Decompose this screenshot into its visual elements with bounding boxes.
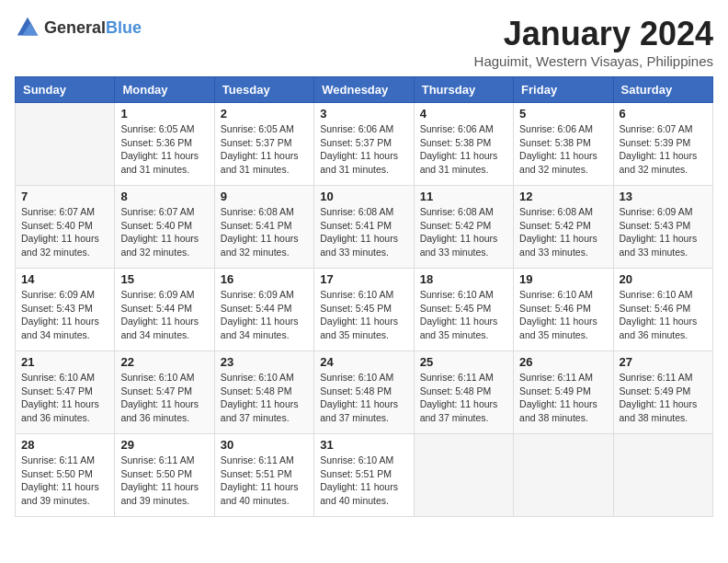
day-info: Sunrise: 6:11 AMSunset: 5:48 PMDaylight:… <box>420 371 507 425</box>
day-number: 8 <box>120 190 208 203</box>
cell-5-5 <box>414 434 513 517</box>
cell-4-2: 22Sunrise: 6:10 AMSunset: 5:47 PMDayligh… <box>115 351 214 434</box>
calendar-table: Sunday Monday Tuesday Wednesday Thursday… <box>15 76 713 517</box>
day-info: Sunrise: 6:11 AMSunset: 5:49 PMDaylight:… <box>519 371 607 425</box>
day-info: Sunrise: 6:07 AMSunset: 5:39 PMDaylight:… <box>620 122 707 177</box>
col-saturday: Saturday <box>613 77 712 103</box>
col-friday: Friday <box>514 77 613 103</box>
day-info: Sunrise: 6:08 AMSunset: 5:42 PMDaylight:… <box>420 205 507 259</box>
cell-3-4: 17Sunrise: 6:10 AMSunset: 5:45 PMDayligh… <box>314 269 414 351</box>
cell-3-2: 15Sunrise: 6:09 AMSunset: 5:44 PMDayligh… <box>115 269 214 351</box>
day-info: Sunrise: 6:10 AMSunset: 5:48 PMDaylight:… <box>221 371 308 425</box>
cell-5-7 <box>613 434 712 517</box>
day-number: 1 <box>120 107 208 121</box>
location-title: Haguimit, Western Visayas, Philippines <box>474 53 713 69</box>
day-info: Sunrise: 6:10 AMSunset: 5:46 PMDaylight:… <box>519 288 607 342</box>
day-info: Sunrise: 6:06 AMSunset: 5:38 PMDaylight:… <box>420 122 507 177</box>
day-number: 13 <box>620 190 707 203</box>
cell-3-6: 19Sunrise: 6:10 AMSunset: 5:46 PMDayligh… <box>514 269 613 351</box>
day-number: 31 <box>320 438 407 452</box>
logo-general: General <box>44 18 106 37</box>
day-number: 25 <box>420 355 507 369</box>
day-info: Sunrise: 6:11 AMSunset: 5:50 PMDaylight:… <box>21 454 108 508</box>
week-row-1: 1Sunrise: 6:05 AMSunset: 5:36 PMDaylight… <box>16 103 713 186</box>
day-number: 23 <box>221 355 308 369</box>
day-number: 24 <box>320 355 407 369</box>
cell-4-5: 25Sunrise: 6:11 AMSunset: 5:48 PMDayligh… <box>414 351 513 434</box>
day-info: Sunrise: 6:05 AMSunset: 5:37 PMDaylight:… <box>221 122 308 177</box>
day-number: 11 <box>420 190 507 203</box>
logo-text: GeneralBlue <box>44 18 142 38</box>
day-info: Sunrise: 6:11 AMSunset: 5:49 PMDaylight:… <box>620 371 707 425</box>
day-info: Sunrise: 6:09 AMSunset: 5:43 PMDaylight:… <box>620 205 707 259</box>
cell-2-5: 11Sunrise: 6:08 AMSunset: 5:42 PMDayligh… <box>414 186 513 269</box>
day-number: 14 <box>21 272 108 286</box>
cell-2-3: 9Sunrise: 6:08 AMSunset: 5:41 PMDaylight… <box>214 186 313 269</box>
cell-1-3: 2Sunrise: 6:05 AMSunset: 5:37 PMDaylight… <box>214 103 313 186</box>
cell-1-5: 4Sunrise: 6:06 AMSunset: 5:38 PMDaylight… <box>414 103 513 186</box>
cell-3-7: 20Sunrise: 6:10 AMSunset: 5:46 PMDayligh… <box>613 269 712 351</box>
col-sunday: Sunday <box>16 77 115 103</box>
cell-5-2: 29Sunrise: 6:11 AMSunset: 5:50 PMDayligh… <box>115 434 214 517</box>
day-number: 15 <box>120 272 208 286</box>
cell-1-4: 3Sunrise: 6:06 AMSunset: 5:37 PMDaylight… <box>314 103 414 186</box>
day-info: Sunrise: 6:10 AMSunset: 5:47 PMDaylight:… <box>120 371 208 425</box>
cell-5-4: 31Sunrise: 6:10 AMSunset: 5:51 PMDayligh… <box>314 434 414 517</box>
day-number: 4 <box>420 107 507 121</box>
cell-3-3: 16Sunrise: 6:09 AMSunset: 5:44 PMDayligh… <box>214 269 313 351</box>
day-info: Sunrise: 6:07 AMSunset: 5:40 PMDaylight:… <box>120 205 208 259</box>
cell-4-4: 24Sunrise: 6:10 AMSunset: 5:48 PMDayligh… <box>314 351 414 434</box>
cell-2-7: 13Sunrise: 6:09 AMSunset: 5:43 PMDayligh… <box>613 186 712 269</box>
col-wednesday: Wednesday <box>314 77 414 103</box>
day-info: Sunrise: 6:08 AMSunset: 5:41 PMDaylight:… <box>221 205 308 259</box>
col-monday: Monday <box>115 77 214 103</box>
cell-2-2: 8Sunrise: 6:07 AMSunset: 5:40 PMDaylight… <box>115 186 214 269</box>
cell-5-3: 30Sunrise: 6:11 AMSunset: 5:51 PMDayligh… <box>214 434 313 517</box>
day-number: 12 <box>519 190 607 203</box>
day-number: 16 <box>221 272 308 286</box>
cell-2-4: 10Sunrise: 6:08 AMSunset: 5:41 PMDayligh… <box>314 186 414 269</box>
day-info: Sunrise: 6:11 AMSunset: 5:50 PMDaylight:… <box>120 454 208 508</box>
day-info: Sunrise: 6:10 AMSunset: 5:46 PMDaylight:… <box>620 288 707 342</box>
cell-2-1: 7Sunrise: 6:07 AMSunset: 5:40 PMDaylight… <box>16 186 115 269</box>
cell-4-6: 26Sunrise: 6:11 AMSunset: 5:49 PMDayligh… <box>514 351 613 434</box>
cell-2-6: 12Sunrise: 6:08 AMSunset: 5:42 PMDayligh… <box>514 186 613 269</box>
day-number: 22 <box>120 355 208 369</box>
cell-4-7: 27Sunrise: 6:11 AMSunset: 5:49 PMDayligh… <box>613 351 712 434</box>
day-info: Sunrise: 6:10 AMSunset: 5:47 PMDaylight:… <box>21 371 108 425</box>
day-info: Sunrise: 6:10 AMSunset: 5:48 PMDaylight:… <box>320 371 407 425</box>
day-number: 21 <box>21 355 108 369</box>
day-info: Sunrise: 6:06 AMSunset: 5:37 PMDaylight:… <box>320 122 407 177</box>
day-number: 28 <box>21 438 108 452</box>
day-info: Sunrise: 6:08 AMSunset: 5:42 PMDaylight:… <box>519 205 607 259</box>
day-number: 29 <box>120 438 208 452</box>
day-info: Sunrise: 6:10 AMSunset: 5:51 PMDaylight:… <box>320 454 407 508</box>
day-info: Sunrise: 6:09 AMSunset: 5:44 PMDaylight:… <box>120 288 208 342</box>
day-info: Sunrise: 6:07 AMSunset: 5:40 PMDaylight:… <box>21 205 108 259</box>
day-number: 17 <box>320 272 407 286</box>
day-number: 7 <box>21 190 108 203</box>
day-number: 20 <box>620 272 707 286</box>
col-thursday: Thursday <box>414 77 513 103</box>
day-number: 3 <box>320 107 407 121</box>
cell-4-3: 23Sunrise: 6:10 AMSunset: 5:48 PMDayligh… <box>214 351 313 434</box>
cell-5-6 <box>514 434 613 517</box>
day-info: Sunrise: 6:08 AMSunset: 5:41 PMDaylight:… <box>320 205 407 259</box>
day-number: 27 <box>620 355 707 369</box>
day-info: Sunrise: 6:11 AMSunset: 5:51 PMDaylight:… <box>221 454 308 508</box>
month-title: January 2024 <box>474 15 713 53</box>
calendar-header-row: Sunday Monday Tuesday Wednesday Thursday… <box>16 77 713 103</box>
day-number: 5 <box>519 107 607 121</box>
day-info: Sunrise: 6:05 AMSunset: 5:36 PMDaylight:… <box>120 122 208 177</box>
week-row-2: 7Sunrise: 6:07 AMSunset: 5:40 PMDaylight… <box>16 186 713 269</box>
logo-blue: Blue <box>106 18 142 37</box>
day-number: 26 <box>519 355 607 369</box>
day-info: Sunrise: 6:09 AMSunset: 5:43 PMDaylight:… <box>21 288 108 342</box>
cell-5-1: 28Sunrise: 6:11 AMSunset: 5:50 PMDayligh… <box>16 434 115 517</box>
cell-3-1: 14Sunrise: 6:09 AMSunset: 5:43 PMDayligh… <box>16 269 115 351</box>
title-block: January 2024 Haguimit, Western Visayas, … <box>474 15 713 69</box>
day-info: Sunrise: 6:10 AMSunset: 5:45 PMDaylight:… <box>420 288 507 342</box>
week-row-3: 14Sunrise: 6:09 AMSunset: 5:43 PMDayligh… <box>16 269 713 351</box>
page-header: GeneralBlue January 2024 Haguimit, Weste… <box>15 15 713 69</box>
day-number: 10 <box>320 190 407 203</box>
